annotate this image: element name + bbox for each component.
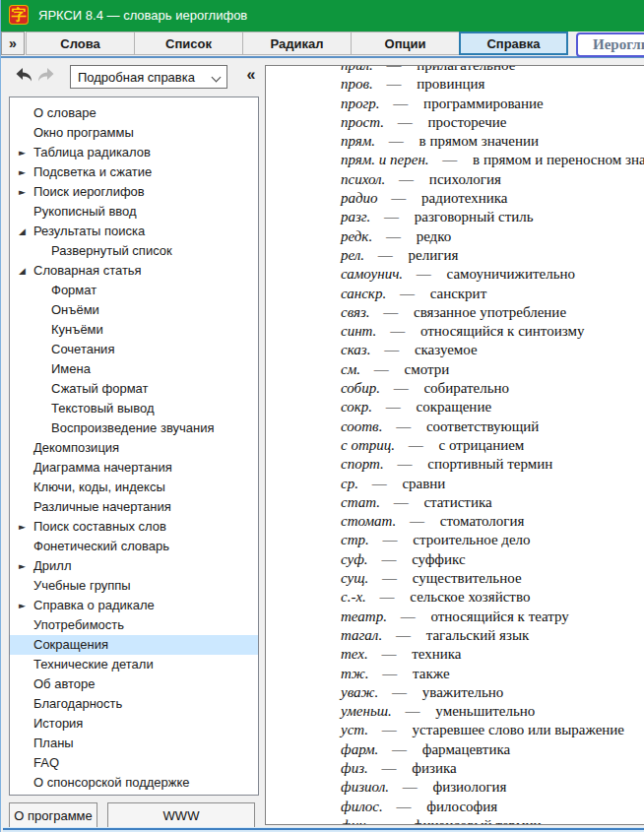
tab-1[interactable]: Слова xyxy=(26,32,135,55)
help-mode-dropdown[interactable]: Подробная справка xyxy=(70,65,227,89)
tree-item[interactable]: Диаграмма начертания xyxy=(10,458,258,478)
tree-item[interactable]: Благодарность xyxy=(10,694,258,714)
tree-item[interactable]: История xyxy=(10,714,258,734)
tree-item[interactable]: ► Таблица радикалов xyxy=(10,143,258,162)
collapsed-arrow-icon[interactable]: ► xyxy=(19,162,32,182)
abbreviation-meaning: финансовый термин xyxy=(414,817,542,825)
abbreviations-content[interactable]: прил. — прилагательное пров. — провинция… xyxy=(265,65,644,825)
abbreviation-entry: связ. — связанное употребление xyxy=(341,303,644,322)
abbreviation-meaning: суффикс xyxy=(412,551,466,567)
tree-item[interactable]: Ключи, коды, индексы xyxy=(10,478,258,497)
dash-separator: — xyxy=(383,304,398,320)
tree-item[interactable]: Воспроизведение звучания xyxy=(10,418,258,438)
tab-overflow-button[interactable]: » xyxy=(1,32,25,55)
dash-separator: — xyxy=(396,418,411,434)
tree-item[interactable]: ► Поиск иероглифов xyxy=(10,182,258,202)
abbreviation-entry: прил. — прилагательное xyxy=(341,65,644,75)
tree-item[interactable]: Сжатый формат xyxy=(10,379,258,399)
abbreviation-entry: самоунич. — самоуничижительно xyxy=(341,265,644,284)
tree-item-label: Окно программы xyxy=(33,123,134,143)
tab-3[interactable]: Радикал xyxy=(242,32,352,55)
dash-separator: — xyxy=(390,323,405,339)
tree-item[interactable]: Развернутый список xyxy=(10,241,258,261)
abbreviation-entry: сокр. — сокращение xyxy=(341,398,644,416)
abbreviation-entry: спорт. — спортивный термин xyxy=(341,455,644,474)
abbreviation-meaning: провинция xyxy=(417,76,484,92)
abbreviation-term: связ. xyxy=(341,304,370,320)
tree-item[interactable]: ► Подсветка и сжатие xyxy=(10,162,258,182)
abbreviation-term: уменьш. xyxy=(341,703,392,719)
abbreviation-term: сказ. xyxy=(341,342,370,357)
tree-item[interactable]: Сокращения xyxy=(10,635,258,655)
back-arrow-icon[interactable] xyxy=(14,67,33,85)
tree-item[interactable]: Об авторе xyxy=(10,674,258,694)
tree-item-label: Диаграмма начертания xyxy=(33,458,172,478)
tree-item-label: Сокращения xyxy=(33,635,108,655)
abbreviation-entry: санскр. — санскрит xyxy=(341,285,644,303)
dash-separator: — xyxy=(401,608,416,624)
tree-item[interactable]: ► Поиск составных слов xyxy=(10,517,258,537)
tree-item[interactable]: Употребимость xyxy=(10,615,258,635)
tree-item[interactable]: Фонетический словарь xyxy=(10,537,258,556)
tree-item[interactable]: Онъёми xyxy=(10,300,258,320)
tree-item[interactable]: Учебные группы xyxy=(10,576,258,596)
forward-arrow-icon[interactable] xyxy=(36,67,56,85)
tree-item[interactable]: FAQ xyxy=(10,753,258,773)
tree-item[interactable]: Рукописный ввод xyxy=(10,202,258,222)
tree-item[interactable]: ◢ Результаты поиска xyxy=(10,222,258,241)
tab-label: Справка xyxy=(486,36,540,51)
tree-item[interactable]: Кунъёми xyxy=(10,320,258,340)
tree-item[interactable]: О спонсорской поддержке xyxy=(10,773,258,793)
collapsed-arrow-icon[interactable]: ► xyxy=(19,596,32,615)
abbreviation-entry: уст. — устаревшее слово или выражение xyxy=(341,721,644,739)
expanded-arrow-icon[interactable]: ◢ xyxy=(19,222,32,241)
about-button[interactable]: О программе xyxy=(9,802,97,828)
collapsed-arrow-icon[interactable]: ► xyxy=(19,517,32,537)
tree-item[interactable]: Окно программы xyxy=(10,123,258,143)
abbreviation-term: прост. xyxy=(341,114,384,130)
tab-hieroglyph[interactable]: Иероглиф xyxy=(576,32,644,57)
tree-item[interactable]: О словаре xyxy=(10,103,258,123)
abbreviation-meaning: санскрит xyxy=(430,286,487,301)
tree-item[interactable]: Технические детали xyxy=(10,655,258,674)
abbreviation-entry: физ. — физика xyxy=(341,759,644,778)
collapsed-arrow-icon[interactable]: ► xyxy=(19,143,32,162)
tree-item[interactable]: Декомпозиция xyxy=(10,438,258,458)
dash-separator: — xyxy=(409,437,423,453)
tree-item[interactable]: ◢ Словарная статья xyxy=(10,261,258,281)
tab-4[interactable]: Опции xyxy=(351,32,460,55)
abbreviation-entry: синт. — относящийся к синтоизму xyxy=(341,322,644,341)
abbreviation-meaning: статистика xyxy=(423,494,491,510)
abbreviation-entry: с.-х. — сельское хозяйство xyxy=(341,588,644,607)
tree-item[interactable]: ► Дрилл xyxy=(10,556,258,576)
dash-separator: — xyxy=(374,361,389,377)
abbreviation-meaning: психология xyxy=(429,171,501,187)
www-button[interactable]: WWW xyxy=(107,802,255,828)
window-bottom-accent xyxy=(3,828,644,830)
tree-item[interactable]: Различные начертания xyxy=(10,497,258,517)
tree-item[interactable]: ► Справка о радикале xyxy=(10,596,258,615)
abbreviation-term: стр. xyxy=(341,532,369,547)
abbreviation-term: сокр. xyxy=(341,399,372,415)
tree-item-label: Поиск составных слов xyxy=(33,517,166,537)
abbreviation-meaning: связанное употребление xyxy=(414,304,566,320)
tree-item-label: Текстовый вывод xyxy=(51,399,154,418)
dash-separator: — xyxy=(406,703,420,719)
tree-item-label: Воспроизведение звучания xyxy=(51,418,215,438)
abbreviation-term: ср. xyxy=(341,476,358,491)
expanded-arrow-icon[interactable]: ◢ xyxy=(19,261,32,281)
tab-5[interactable]: Справка xyxy=(459,32,568,55)
collapsed-arrow-icon[interactable]: ► xyxy=(19,182,32,202)
tree-item-label: О словаре xyxy=(33,103,97,123)
dash-separator: — xyxy=(387,65,402,73)
collapse-sidebar-button[interactable]: « xyxy=(240,63,262,87)
tree-item[interactable]: Планы xyxy=(10,734,258,753)
tab-2[interactable]: Список xyxy=(134,32,243,55)
tree-item[interactable]: Имена xyxy=(10,359,258,379)
tree-item[interactable]: Сочетания xyxy=(10,340,258,359)
tree-item[interactable]: Текстовый вывод xyxy=(10,399,258,418)
dash-separator: — xyxy=(372,476,387,491)
abbreviation-entry: уваж. — уважительно xyxy=(341,683,644,702)
tree-item[interactable]: Формат xyxy=(10,281,258,300)
collapsed-arrow-icon[interactable]: ► xyxy=(19,556,32,576)
